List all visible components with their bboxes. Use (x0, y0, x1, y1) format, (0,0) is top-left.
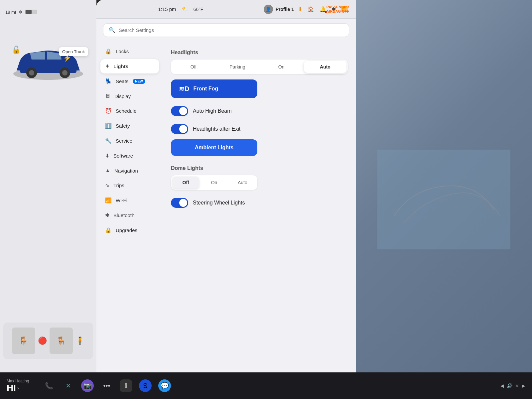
airbag-warning: PASSENGER AIRBAG OFF (327, 5, 349, 14)
sidebar-item-locks[interactable]: 🔒 Locks (100, 44, 159, 59)
front-fog-icon: ≋D (179, 85, 189, 93)
sidebar: 🔒 Locks ✦ Lights 💺 Seats NEW 🖥 Display ⏰… (96, 42, 163, 399)
seat-controls: 🪑 🔴 🪑 🧍 (3, 323, 93, 359)
sidebar-item-safety[interactable]: ℹ️ Safety (100, 119, 159, 133)
status-bar-left: 18 mi ❄ (0, 7, 96, 17)
lights-icon: ✦ (105, 63, 109, 69)
right-panel (356, 0, 532, 399)
content-area: 🔒 Locks ✦ Lights 💺 Seats NEW 🖥 Display ⏰… (96, 42, 356, 399)
volume-control: ◀ 🔊 ✕ ▶ (500, 383, 525, 388)
search-icon: 🔍 (109, 27, 115, 33)
temperature-display: 66°F (194, 7, 203, 12)
software-icon: ⬇ (105, 153, 109, 159)
profile-avatar: 👤 (264, 5, 273, 14)
headlights-on-button[interactable]: On (260, 61, 303, 73)
sidebar-item-bluetooth[interactable]: ✱ Bluetooth (100, 208, 159, 222)
sidebar-item-wifi[interactable]: 📶 Wi-Fi (100, 193, 159, 207)
snowflake-icon: ❄ (19, 9, 23, 15)
dome-lights-button-group: Off On Auto (171, 175, 257, 190)
headlights-auto-button[interactable]: Auto (304, 61, 346, 73)
locks-icon: 🔒 (105, 48, 112, 55)
settings-panel: 1:15 pm ⛅ 66°F 👤 Profile 1 ⬇ 🏠 🔔 ✱ 📶 PAS… (96, 0, 356, 399)
battery-bar (25, 10, 37, 14)
camera-icon-button[interactable]: 📷 (81, 379, 94, 392)
safety-icon: ℹ️ (105, 123, 112, 129)
range-display: 18 mi (5, 10, 16, 15)
home-icon-button[interactable]: 🏠 (306, 5, 316, 14)
dome-on-button[interactable]: On (200, 177, 227, 189)
sidebar-item-lights[interactable]: ✦ Lights (100, 59, 159, 73)
mute-button[interactable]: ✕ (515, 383, 519, 388)
download-icon-button[interactable]: ⬇ (297, 5, 304, 14)
navigation-icon: ▲ (105, 168, 110, 174)
service-icon: 🔧 (105, 138, 112, 144)
seats-new-badge: NEW (133, 79, 145, 84)
top-status-bar: 1:15 pm ⛅ 66°F 👤 Profile 1 ⬇ 🏠 🔔 ✱ 📶 PAS… (96, 0, 356, 19)
headlights-off-button[interactable]: Off (172, 61, 215, 73)
seats-icon: 💺 (105, 78, 112, 84)
hi-text: HI (7, 383, 16, 393)
dome-auto-button[interactable]: Auto (229, 177, 256, 189)
headlights-after-exit-row: Headlights after Exit (171, 121, 348, 137)
bluetooth-icon: ✱ (105, 212, 109, 218)
volume-icon: 🔊 (507, 383, 512, 388)
steering-wheel-lights-row: Steering Wheel Lights (171, 195, 348, 210)
search-input[interactable] (119, 27, 343, 33)
steering-wheel-lights-label: Steering Wheel Lights (193, 200, 245, 206)
info-icon-button[interactable]: ℹ (120, 379, 132, 392)
charging-icon: ⚡ (63, 54, 71, 62)
lock-icon: 🔓 (12, 46, 21, 54)
headlights-after-exit-toggle[interactable] (171, 124, 188, 134)
svg-point-4 (62, 70, 67, 75)
tesla-icon-button[interactable]: S (139, 379, 152, 392)
taskbar: Max Heating HI › 📞 ✕ 📷 ••• ℹ S 💬 ◀ 🔊 ✕ ▶ (0, 372, 532, 399)
media-icon-button[interactable]: ✕ (62, 379, 74, 392)
trips-icon: ∿ (105, 182, 109, 189)
profile-name: Profile 1 (276, 7, 294, 12)
headlights-parking-button[interactable]: Parking (216, 61, 259, 73)
left-arrow-button[interactable]: ◀ (500, 383, 504, 388)
chevron-icon: › (17, 385, 19, 391)
sidebar-item-upgrades[interactable]: 🔒 Upgrades (100, 223, 159, 237)
sidebar-item-trips[interactable]: ∿ Trips (100, 178, 159, 193)
headlights-after-exit-label: Headlights after Exit (193, 126, 240, 132)
sidebar-item-seats[interactable]: 💺 Seats NEW (100, 74, 159, 88)
top-center-info: 1:15 pm ⛅ 66°F (103, 6, 258, 12)
sidebar-item-service[interactable]: 🔧 Service (100, 134, 159, 148)
seat-widget-left[interactable]: 🪑 (12, 328, 35, 354)
phone-icon-button[interactable]: 📞 (43, 379, 55, 392)
seat-person-icon: 🧍 (75, 336, 84, 345)
front-fog-button[interactable]: ≋D Front Fog (171, 79, 257, 98)
sidebar-item-schedule[interactable]: ⏰ Schedule (100, 104, 159, 118)
seat-widget-right[interactable]: 🪑 (50, 328, 73, 354)
car-display-panel: 18 mi ❄ Open Trunk 🔓 ⚡ Mode cu (0, 0, 96, 399)
time-display: 1:15 pm (158, 6, 176, 12)
steering-wheel-lights-toggle[interactable] (171, 198, 188, 208)
right-arrow-button[interactable]: ▶ (522, 383, 525, 388)
headlights-title: Headlights (171, 50, 348, 56)
sidebar-item-software[interactable]: ⬇ Software (100, 149, 159, 163)
sidebar-item-navigation[interactable]: ▲ Navigation (100, 164, 159, 178)
car-image-area: Open Trunk 🔓 ⚡ (5, 27, 91, 100)
auto-high-beam-label: Auto High Beam (193, 108, 232, 114)
ambient-lights-button[interactable]: Ambient Lights (171, 139, 257, 156)
schedule-icon: ⏰ (105, 108, 112, 114)
more-icon-button[interactable]: ••• (100, 379, 113, 392)
svg-rect-5 (377, 150, 510, 249)
auto-high-beam-row: Auto High Beam (171, 103, 348, 119)
seat-heat-icon[interactable]: 🔴 (38, 336, 47, 345)
auto-high-beam-toggle[interactable] (171, 106, 188, 116)
lights-settings-content: Headlights Off Parking On Auto ≋D Front … (163, 42, 356, 399)
search-bar[interactable]: 🔍 (103, 23, 349, 37)
sidebar-item-display[interactable]: 🖥 Display (100, 89, 159, 103)
display-icon: 🖥 (105, 93, 110, 99)
taskbar-climate-info: Max Heating HI › (7, 379, 33, 393)
svg-point-2 (29, 70, 34, 75)
chat-icon-button[interactable]: 💬 (158, 379, 171, 392)
dome-off-button[interactable]: Off (172, 177, 199, 189)
exterior-view-svg (377, 150, 510, 249)
weather-icon: ⛅ (182, 6, 188, 12)
dome-lights-title: Dome Lights (171, 165, 348, 171)
headlights-button-group: Off Parking On Auto (171, 60, 348, 74)
upgrades-icon: 🔒 (105, 227, 112, 233)
